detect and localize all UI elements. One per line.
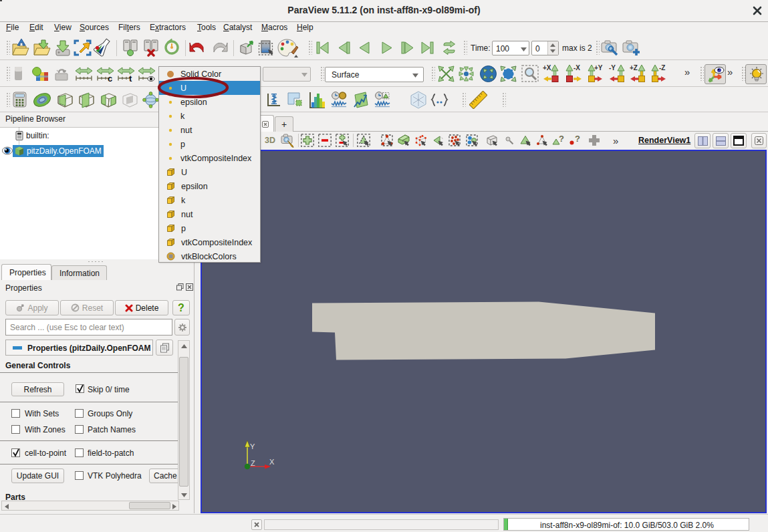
svg-text:Z: Z [251,459,255,467]
svg-text:-Y: -Y [609,64,616,72]
svg-text:+Y: +Y [594,64,603,72]
svg-text:-X: -X [573,64,580,72]
svg-text:+X: +X [543,64,551,72]
svg-text:X: X [269,458,275,466]
svg-text:?: ? [559,134,564,144]
svg-text:c: c [108,74,112,82]
svg-text:+Z: +Z [630,64,638,72]
svg-text:Y: Y [250,442,255,450]
svg-text:t: t [129,74,132,82]
svg-text:?: ? [575,134,580,144]
svg-text:-Z: -Z [659,64,665,72]
